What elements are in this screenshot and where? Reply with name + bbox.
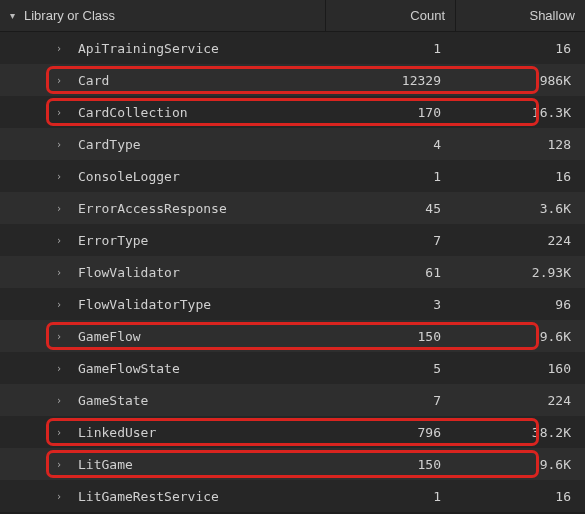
cell-shallow: 3.6K <box>455 201 585 216</box>
class-name: FlowValidatorType <box>78 297 211 312</box>
cell-shallow: 2.93K <box>455 265 585 280</box>
cell-count: 7 <box>325 233 455 248</box>
cell-shallow: 128 <box>455 137 585 152</box>
cell-name: ›GameFlow <box>0 329 325 344</box>
table-row[interactable]: ›LitGame1509.6K <box>0 448 585 480</box>
cell-shallow: 160 <box>455 361 585 376</box>
chevron-down-icon: ▾ <box>10 10 24 21</box>
cell-name: ›GameFlowState <box>0 361 325 376</box>
table-row[interactable]: ›LinkedUser79638.2K <box>0 416 585 448</box>
cell-name: ›CardType <box>0 137 325 152</box>
chevron-right-icon[interactable]: › <box>56 363 70 374</box>
cell-name: ›GameState <box>0 393 325 408</box>
chevron-right-icon[interactable]: › <box>56 107 70 118</box>
chevron-right-icon[interactable]: › <box>56 203 70 214</box>
col-header-name-label: Library or Class <box>24 8 115 23</box>
col-header-count-label: Count <box>410 8 445 23</box>
cell-count: 170 <box>325 105 455 120</box>
cell-shallow: 38.2K <box>455 425 585 440</box>
cell-shallow: 96 <box>455 297 585 312</box>
cell-name: ›ApiTrainingService <box>0 41 325 56</box>
class-name: ErrorType <box>78 233 148 248</box>
class-name: ApiTrainingService <box>78 41 219 56</box>
cell-count: 7 <box>325 393 455 408</box>
cell-shallow: 224 <box>455 393 585 408</box>
chevron-right-icon[interactable]: › <box>56 75 70 86</box>
class-name: CardType <box>78 137 141 152</box>
table-header: ▾ Library or Class Count Shallow <box>0 0 585 32</box>
cell-shallow: 16 <box>455 169 585 184</box>
cell-count: 61 <box>325 265 455 280</box>
cell-name: ›CardCollection <box>0 105 325 120</box>
class-name: FlowValidator <box>78 265 180 280</box>
table-body: ›ApiTrainingService116›Card12329986K›Car… <box>0 32 585 512</box>
cell-name: ›LitGameRestService <box>0 489 325 504</box>
table-row[interactable]: ›ErrorAccessResponse453.6K <box>0 192 585 224</box>
chevron-right-icon[interactable]: › <box>56 491 70 502</box>
table-row[interactable]: ›FlowValidator612.93K <box>0 256 585 288</box>
cell-shallow: 9.6K <box>455 457 585 472</box>
table-row[interactable]: ›FlowValidatorType396 <box>0 288 585 320</box>
cell-shallow: 16 <box>455 41 585 56</box>
cell-count: 796 <box>325 425 455 440</box>
cell-count: 150 <box>325 329 455 344</box>
cell-name: ›LinkedUser <box>0 425 325 440</box>
cell-name: ›FlowValidatorType <box>0 297 325 312</box>
table-row[interactable]: ›ApiTrainingService116 <box>0 32 585 64</box>
cell-count: 12329 <box>325 73 455 88</box>
cell-count: 4 <box>325 137 455 152</box>
chevron-right-icon[interactable]: › <box>56 171 70 182</box>
table-row[interactable]: ›CardCollection17016.3K <box>0 96 585 128</box>
cell-count: 1 <box>325 41 455 56</box>
cell-shallow: 9.6K <box>455 329 585 344</box>
chevron-right-icon[interactable]: › <box>56 427 70 438</box>
chevron-right-icon[interactable]: › <box>56 331 70 342</box>
cell-count: 1 <box>325 169 455 184</box>
chevron-right-icon[interactable]: › <box>56 459 70 470</box>
chevron-right-icon[interactable]: › <box>56 299 70 310</box>
cell-name: ›FlowValidator <box>0 265 325 280</box>
table-row[interactable]: ›GameFlow1509.6K <box>0 320 585 352</box>
table-row[interactable]: ›Card12329986K <box>0 64 585 96</box>
cell-shallow: 224 <box>455 233 585 248</box>
class-name: GameFlowState <box>78 361 180 376</box>
table-row[interactable]: ›LitGameRestService116 <box>0 480 585 512</box>
cell-name: ›ErrorType <box>0 233 325 248</box>
col-header-count[interactable]: Count <box>325 0 455 31</box>
cell-count: 45 <box>325 201 455 216</box>
table-row[interactable]: ›GameFlowState5160 <box>0 352 585 384</box>
cell-count: 5 <box>325 361 455 376</box>
class-name: GameFlow <box>78 329 141 344</box>
table-row[interactable]: ›ConsoleLogger116 <box>0 160 585 192</box>
class-name: Card <box>78 73 109 88</box>
cell-shallow: 16.3K <box>455 105 585 120</box>
table-row[interactable]: ›ErrorType7224 <box>0 224 585 256</box>
chevron-right-icon[interactable]: › <box>56 395 70 406</box>
col-header-shallow[interactable]: Shallow <box>455 0 585 31</box>
class-name: CardCollection <box>78 105 188 120</box>
class-name: ConsoleLogger <box>78 169 180 184</box>
class-name: ErrorAccessResponse <box>78 201 227 216</box>
col-header-shallow-label: Shallow <box>529 8 575 23</box>
class-name: GameState <box>78 393 148 408</box>
chevron-right-icon[interactable]: › <box>56 43 70 54</box>
cell-count: 3 <box>325 297 455 312</box>
chevron-right-icon[interactable]: › <box>56 267 70 278</box>
cell-name: ›ErrorAccessResponse <box>0 201 325 216</box>
cell-count: 150 <box>325 457 455 472</box>
col-header-name[interactable]: ▾ Library or Class <box>0 0 325 31</box>
class-name: LitGameRestService <box>78 489 219 504</box>
cell-count: 1 <box>325 489 455 504</box>
class-name: LinkedUser <box>78 425 156 440</box>
table-row[interactable]: ›GameState7224 <box>0 384 585 416</box>
chevron-right-icon[interactable]: › <box>56 139 70 150</box>
cell-shallow: 986K <box>455 73 585 88</box>
cell-shallow: 16 <box>455 489 585 504</box>
table-row[interactable]: ›CardType4128 <box>0 128 585 160</box>
cell-name: ›LitGame <box>0 457 325 472</box>
cell-name: ›ConsoleLogger <box>0 169 325 184</box>
class-name: LitGame <box>78 457 133 472</box>
cell-name: ›Card <box>0 73 325 88</box>
chevron-right-icon[interactable]: › <box>56 235 70 246</box>
